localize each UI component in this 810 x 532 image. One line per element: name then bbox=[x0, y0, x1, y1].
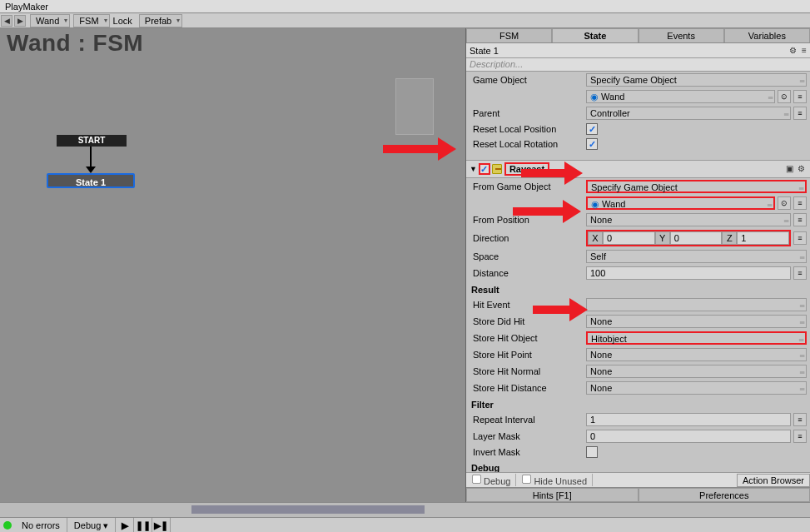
toolbar: ◀ ▶ Wand FSM Lock Prefab bbox=[0, 13, 810, 28]
menu-icon[interactable]: ≡ bbox=[798, 45, 810, 57]
error-status[interactable]: No errors bbox=[15, 518, 67, 533]
dir-z-input[interactable]: 1 bbox=[737, 231, 789, 245]
store-hit-object-dropdown[interactable]: Hitobject bbox=[586, 331, 807, 345]
store-hit-point-dropdown[interactable]: None bbox=[586, 348, 807, 361]
game-object-target[interactable]: ◉ Wand bbox=[586, 90, 775, 103]
minimap[interactable] bbox=[395, 78, 434, 135]
game-object-dropdown[interactable]: Specify Game Object bbox=[586, 73, 807, 87]
tab-variables[interactable]: Variables bbox=[724, 28, 810, 42]
pause-icon[interactable]: ❚❚ bbox=[134, 518, 152, 533]
reset-rot-checkbox[interactable]: ✓ bbox=[586, 138, 598, 150]
var-toggle-button[interactable]: ≡ bbox=[793, 430, 807, 443]
var-toggle-button[interactable]: ≡ bbox=[793, 196, 807, 210]
var-toggle-button[interactable]: ≡ bbox=[793, 231, 807, 245]
debug-dropdown[interactable]: Debug ▾ bbox=[67, 518, 116, 533]
raycast-icon bbox=[492, 164, 502, 174]
distance-input[interactable]: 100 bbox=[586, 266, 791, 280]
transition-arrowhead-icon bbox=[86, 167, 96, 173]
footer-debug-toggle[interactable]: Debug bbox=[466, 474, 516, 486]
play-icon[interactable]: ▶ bbox=[116, 518, 134, 533]
dir-y-label: Y bbox=[655, 231, 670, 245]
label-space: Space bbox=[470, 251, 586, 261]
from-go-target-text: Wand bbox=[602, 199, 625, 209]
tab-state[interactable]: State bbox=[552, 28, 638, 42]
inspector-footer: Debug Hide Unused Action Browser bbox=[466, 472, 810, 487]
label-invert-mask: Invert Mask bbox=[470, 447, 586, 457]
from-position-dropdown[interactable]: None bbox=[586, 213, 791, 226]
graph-canvas[interactable]: Wand : FSM START State 1 bbox=[0, 28, 466, 502]
label-parent: Parent bbox=[470, 108, 586, 118]
var-toggle-button[interactable]: ≡ bbox=[793, 213, 807, 226]
nav-forward-icon[interactable]: ▶ bbox=[14, 15, 26, 27]
action-gear-icon[interactable]: ⚙ bbox=[795, 163, 807, 175]
repeat-interval-input[interactable]: 1 bbox=[586, 413, 791, 426]
dir-z-label: Z bbox=[722, 231, 737, 245]
hit-event-dropdown[interactable] bbox=[586, 298, 807, 311]
scroll-thumb[interactable] bbox=[191, 505, 425, 514]
statusbar: No errors Debug ▾ ▶ ❚❚ ▶❚ bbox=[0, 517, 810, 532]
store-did-hit-dropdown[interactable]: None bbox=[586, 315, 807, 328]
action-browser-button[interactable]: Action Browser bbox=[737, 474, 810, 487]
label-store-hit-distance: Store Hit Distance bbox=[470, 383, 586, 393]
tab-events[interactable]: Events bbox=[639, 28, 724, 42]
gear-icon[interactable]: ⚙ bbox=[787, 45, 798, 57]
label-repeat-interval: Repeat Interval bbox=[470, 415, 586, 425]
from-game-object-dropdown[interactable]: Specify Game Object bbox=[586, 180, 807, 193]
label-distance: Distance bbox=[470, 268, 586, 278]
action-help-icon[interactable]: ▣ bbox=[783, 163, 795, 175]
tab-fsm[interactable]: FSM bbox=[466, 28, 552, 42]
lock-toggle[interactable]: Lock bbox=[110, 13, 136, 28]
object-dropdown[interactable]: Wand bbox=[30, 14, 70, 27]
direction-vector3: X0 Y0 Z1 bbox=[586, 230, 791, 246]
titlebar: PlayMaker bbox=[0, 0, 810, 13]
dir-x-label: X bbox=[588, 231, 603, 245]
dir-y-input[interactable]: 0 bbox=[670, 231, 723, 245]
tab-preferences[interactable]: Preferences bbox=[639, 488, 811, 502]
var-toggle-button[interactable]: ≡ bbox=[793, 266, 807, 280]
dir-x-input[interactable]: 0 bbox=[603, 231, 655, 245]
invert-mask-checkbox[interactable] bbox=[586, 446, 598, 458]
state-node[interactable]: State 1 bbox=[47, 173, 135, 188]
status-led-icon bbox=[3, 521, 12, 530]
var-toggle-button[interactable]: ≡ bbox=[793, 413, 807, 426]
parent-dropdown[interactable]: Controller bbox=[586, 107, 791, 120]
section-result: Result bbox=[466, 281, 810, 296]
label-layer-mask: Layer Mask bbox=[470, 431, 586, 441]
label-store-did-hit: Store Did Hit bbox=[470, 316, 586, 326]
label-reset-rot: Reset Local Rotation bbox=[470, 139, 586, 149]
var-toggle-button[interactable]: ≡ bbox=[793, 107, 807, 120]
start-node[interactable]: START bbox=[57, 135, 127, 147]
graph-title: Wand : FSM bbox=[7, 30, 143, 57]
layer-mask-input[interactable]: 0 bbox=[586, 430, 791, 443]
target-picker-icon[interactable]: ⊙ bbox=[778, 196, 791, 210]
reset-pos-checkbox[interactable]: ✓ bbox=[586, 123, 598, 135]
inspector-bottom-tabs: Hints [F1] Preferences bbox=[466, 487, 810, 502]
canvas-scroll-horizontal[interactable] bbox=[0, 502, 810, 517]
target-picker-icon[interactable]: ⊙ bbox=[778, 90, 791, 103]
space-dropdown[interactable]: Self bbox=[586, 250, 807, 263]
label-hit-event: Hit Event bbox=[470, 300, 586, 310]
var-toggle-button[interactable]: ≡ bbox=[793, 90, 807, 103]
action-raycast-title: Raycast bbox=[504, 162, 549, 176]
from-game-object-target[interactable]: ◉ Wand bbox=[586, 196, 775, 210]
game-object-target-text: Wand bbox=[601, 92, 624, 102]
nav-back-icon[interactable]: ◀ bbox=[1, 15, 12, 27]
store-hit-normal-dropdown[interactable]: None bbox=[586, 365, 807, 378]
label-reset-pos: Reset Local Position bbox=[470, 124, 586, 134]
label-direction: Direction bbox=[470, 233, 586, 243]
fsm-dropdown[interactable]: FSM bbox=[73, 14, 109, 27]
footer-hide-unused-toggle[interactable]: Hide Unused bbox=[516, 474, 593, 486]
state-name-input[interactable] bbox=[466, 46, 787, 56]
store-hit-distance-dropdown[interactable]: None bbox=[586, 381, 807, 395]
foldout-icon[interactable]: ▼ bbox=[470, 165, 477, 173]
step-icon[interactable]: ▶❚ bbox=[152, 518, 171, 533]
inspector-tabs: FSM State Events Variables bbox=[466, 28, 810, 43]
label-store-hit-normal: Store Hit Normal bbox=[470, 366, 586, 376]
label-game-object: Game Object bbox=[470, 75, 586, 85]
label-store-hit-object: Store Hit Object bbox=[470, 333, 586, 343]
action-enabled-checkbox[interactable]: ✓ bbox=[479, 163, 490, 175]
prefab-dropdown[interactable]: Prefab bbox=[139, 14, 182, 27]
section-filter: Filter bbox=[466, 396, 810, 411]
tab-hints[interactable]: Hints [F1] bbox=[466, 488, 639, 502]
description-field[interactable]: Description... bbox=[466, 58, 810, 72]
